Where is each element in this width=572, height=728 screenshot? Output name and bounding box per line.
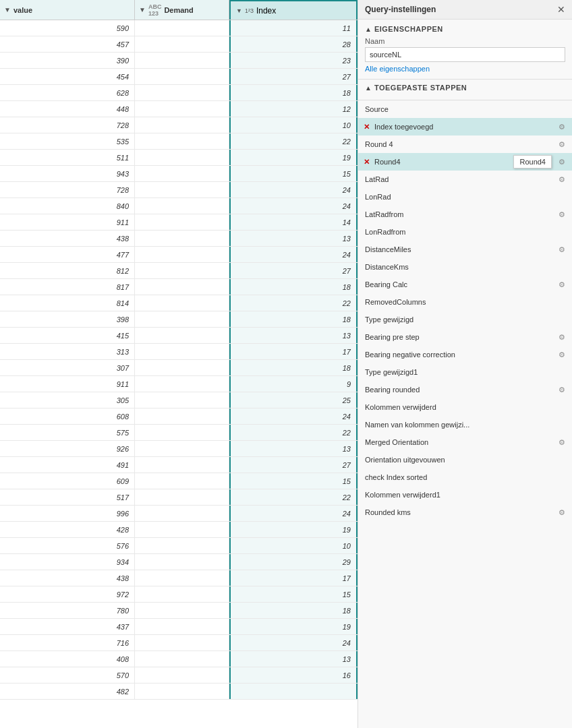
step-item[interactable]: Namen van kolommen gewijzi... xyxy=(358,416,572,433)
step-item[interactable]: check Index sorted xyxy=(358,468,572,486)
step-item[interactable]: Rounded kms⚙ xyxy=(358,504,572,521)
cell-index: 18 xyxy=(229,311,358,327)
cell-index: 25 xyxy=(229,392,358,408)
cell-index: 11 xyxy=(229,20,358,36)
table-body[interactable]: 5901145728390234542762818448127281053522… xyxy=(0,20,358,728)
step-item[interactable]: Bearing pre step⚙ xyxy=(358,328,572,346)
step-name: LonRad xyxy=(365,193,565,201)
step-name: Merged Orientation xyxy=(365,438,556,446)
table-row: 97215 xyxy=(0,586,358,603)
table-row: 92613 xyxy=(0,441,358,457)
cell-value: 814 xyxy=(0,295,135,311)
cell-index: 27 xyxy=(229,69,358,84)
step-item[interactable]: Bearing negative correction⚙ xyxy=(358,346,572,363)
step-item[interactable]: Type gewijzigd xyxy=(358,311,572,328)
gear-icon[interactable]: ⚙ xyxy=(559,351,565,359)
step-item[interactable]: LatRad⚙ xyxy=(358,171,572,188)
table-row: 51722 xyxy=(0,489,358,506)
step-item[interactable]: Kolommen verwijderd xyxy=(358,398,572,416)
step-item[interactable]: Round 4⚙ xyxy=(358,135,572,153)
step-item[interactable]: ✕Index toegevoegd⚙ xyxy=(358,118,572,135)
cell-index: 15 xyxy=(229,473,358,489)
cell-value: 438 xyxy=(0,570,135,586)
gear-icon[interactable]: ⚙ xyxy=(559,123,565,131)
cell-index: 28 xyxy=(229,36,358,52)
step-delete-icon[interactable]: ✕ xyxy=(364,158,370,166)
step-name: Orientation uitgevouwen xyxy=(365,456,565,464)
table-row: 94315 xyxy=(0,166,358,182)
cell-value: 491 xyxy=(0,457,135,473)
step-name: Source xyxy=(365,105,565,113)
cell-index: 22 xyxy=(229,295,358,311)
naam-input[interactable] xyxy=(365,47,565,62)
gear-icon[interactable]: ⚙ xyxy=(559,245,565,254)
step-name: DistanceKms xyxy=(365,263,565,271)
step-item[interactable]: Source xyxy=(358,100,572,118)
gear-icon[interactable]: ⚙ xyxy=(559,508,565,517)
alle-eigenschappen-link[interactable]: Alle eigenschappen xyxy=(365,65,430,73)
table-row: 72824 xyxy=(0,182,358,198)
cell-value: 926 xyxy=(0,441,135,456)
cell-demand xyxy=(135,603,229,618)
cell-index: 19 xyxy=(229,619,358,634)
gear-icon[interactable]: ⚙ xyxy=(559,438,565,447)
step-item[interactable]: Bearing rounded⚙ xyxy=(358,381,572,398)
cell-index: 22 xyxy=(229,425,358,440)
gear-icon[interactable]: ⚙ xyxy=(559,210,565,219)
step-name: Kolommen verwijderd1 xyxy=(365,491,565,499)
cell-index: 27 xyxy=(229,457,358,473)
table-row: 53522 xyxy=(0,133,358,150)
cell-index: 19 xyxy=(229,522,358,537)
cell-demand xyxy=(135,247,229,262)
table-row: 72810 xyxy=(0,117,358,133)
gear-icon[interactable]: ⚙ xyxy=(559,333,565,342)
cell-demand xyxy=(135,117,229,133)
cell-demand xyxy=(135,263,229,278)
step-item[interactable]: RemovedColumns xyxy=(358,293,572,311)
table-row: 9119 xyxy=(0,376,358,392)
table-row: 93429 xyxy=(0,554,358,570)
gear-icon[interactable]: ⚙ xyxy=(559,175,565,184)
step-item[interactable]: Merged Orientation⚙ xyxy=(358,433,572,451)
gear-icon[interactable]: ⚙ xyxy=(559,140,565,149)
step-item[interactable]: ✕Round4Round4⚙ xyxy=(358,153,572,171)
cell-demand xyxy=(135,376,229,392)
step-item[interactable]: LonRadfrom xyxy=(358,223,572,241)
cell-value: 511 xyxy=(0,150,135,165)
step-item[interactable]: DistanceKms xyxy=(358,258,572,276)
gear-icon[interactable]: ⚙ xyxy=(559,158,565,166)
arrow-icon-eigenschappen: ▲ xyxy=(365,26,372,33)
cell-demand xyxy=(135,408,229,424)
cell-value: 911 xyxy=(0,214,135,230)
col-header-value: ▼ value xyxy=(0,0,135,20)
table-row: 81227 xyxy=(0,263,358,279)
close-icon[interactable]: ✕ xyxy=(557,4,565,15)
cell-demand xyxy=(135,69,229,84)
step-item[interactable]: Kolommen verwijderd1 xyxy=(358,486,572,504)
cell-index: 29 xyxy=(229,554,358,570)
step-name: Bearing negative correction xyxy=(365,351,556,359)
table-row: 57522 xyxy=(0,425,358,441)
cell-index: 18 xyxy=(229,603,358,618)
col-header-index: ▼ 1²3 Index xyxy=(229,0,358,20)
steps-list[interactable]: Source✕Index toegevoegd⚙Round 4⚙✕Round4R… xyxy=(358,100,572,728)
cell-index: 12 xyxy=(229,101,358,117)
right-panel: Query-instellingen ✕ ▲ EIGENSCHAPPEN Naa… xyxy=(358,0,572,728)
cell-value: 448 xyxy=(0,101,135,117)
step-item[interactable]: LatRadfrom⚙ xyxy=(358,206,572,223)
step-item[interactable]: Bearing Calc⚙ xyxy=(358,276,572,293)
cell-index: 10 xyxy=(229,117,358,133)
cell-value: 590 xyxy=(0,20,135,36)
step-item[interactable]: DistanceMiles⚙ xyxy=(358,241,572,258)
cell-demand xyxy=(135,684,229,699)
step-item[interactable]: Orientation uitgevouwen xyxy=(358,451,572,468)
step-delete-icon[interactable]: ✕ xyxy=(364,123,370,131)
cell-value: 780 xyxy=(0,603,135,618)
step-item[interactable]: Type gewijzigd1 xyxy=(358,363,572,381)
step-item[interactable]: LonRad xyxy=(358,188,572,206)
gear-icon[interactable]: ⚙ xyxy=(559,280,565,289)
cell-index: 13 xyxy=(229,231,358,246)
gear-icon[interactable]: ⚙ xyxy=(559,386,565,394)
table-area: ▼ value ▼ ABC123 Demand ▼ 1²3 Index 5901… xyxy=(0,0,358,728)
cell-value: 728 xyxy=(0,182,135,198)
